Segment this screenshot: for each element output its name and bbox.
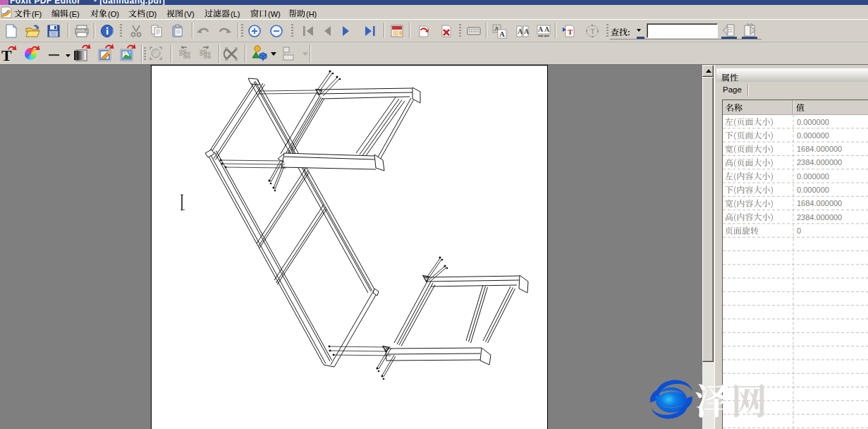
svg-text:0.000000: 0.000000 xyxy=(797,131,829,140)
svg-text:A: A xyxy=(544,25,550,33)
svg-text:T: T xyxy=(568,28,573,36)
svg-text:(W): (W) xyxy=(268,10,281,18)
svg-text:0.000000: 0.000000 xyxy=(797,118,829,126)
svg-text:A: A xyxy=(499,30,505,38)
svg-text:T: T xyxy=(590,27,595,35)
svg-text:A: A xyxy=(524,28,530,35)
svg-text:T: T xyxy=(1,47,12,62)
svg-text:Page: Page xyxy=(723,85,742,94)
svg-text:(V): (V) xyxy=(184,10,195,18)
svg-text:2384.000000: 2384.000000 xyxy=(797,213,842,222)
svg-text:(D): (D) xyxy=(146,10,157,18)
svg-text:(E): (E) xyxy=(69,10,80,18)
svg-text:(F): (F) xyxy=(32,10,42,18)
svg-text::: : xyxy=(628,28,630,37)
svg-text:(L): (L) xyxy=(231,10,240,18)
svg-text:2384.000000: 2384.000000 xyxy=(797,158,842,167)
svg-text:A: A xyxy=(518,28,523,35)
svg-text:(O): (O) xyxy=(108,10,119,18)
svg-text:(H): (H) xyxy=(306,10,317,18)
svg-text:1684.000000: 1684.000000 xyxy=(797,199,842,207)
svg-text:0.000000: 0.000000 xyxy=(797,186,829,194)
svg-text:0: 0 xyxy=(797,226,801,235)
svg-text:A: A xyxy=(538,25,544,33)
svg-text:1684.000000: 1684.000000 xyxy=(797,145,842,153)
svg-text:0.000000: 0.000000 xyxy=(797,172,829,181)
